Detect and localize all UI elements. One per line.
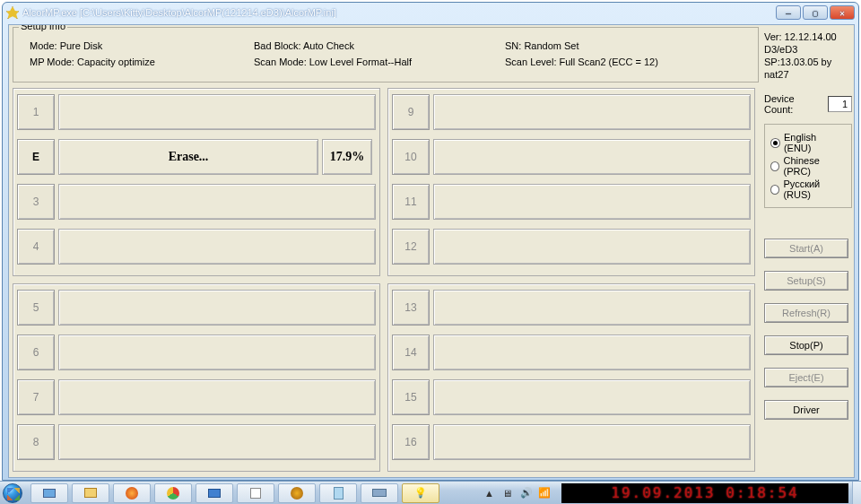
slot-button-4[interactable]: 4 [17, 229, 55, 265]
language-group: English (ENU) Chinese (PRC) Русский (RUS… [764, 124, 852, 208]
sn-label: SN: Random Set [505, 40, 738, 51]
taskbar-item[interactable] [237, 483, 274, 503]
taskbar-item[interactable] [196, 483, 233, 503]
slot-status-3 [58, 184, 376, 220]
taskbar-explorer[interactable] [72, 483, 109, 503]
slot-7: 7 [17, 379, 376, 415]
slot-2: E Erase... 17.9% [17, 139, 376, 175]
slot-12: 12 [392, 229, 751, 265]
version-block: Ver: 12.12.14.00 D3/eD3 SP:13.03.05 by n… [764, 30, 852, 81]
bad-block-label: Bad Block: Auto Check [254, 40, 505, 51]
taskbar-clock[interactable]: 19.09.2013 0:18:54 [561, 483, 848, 503]
slot-1: 1 [17, 94, 376, 130]
version-line2: D3/eD3 [764, 43, 852, 56]
slot-panel-4: 13 14 15 16 [387, 283, 755, 472]
client-area: Setup Info Mode: Pure Disk Bad Block: Au… [8, 24, 855, 478]
slot-button-1[interactable]: 1 [17, 94, 55, 130]
slot-status-14 [433, 335, 751, 370]
clock-text: 19.09.2013 0:18:54 [611, 484, 798, 501]
slot-button-14[interactable]: 14 [392, 335, 430, 370]
taskbar-keyboard[interactable] [361, 483, 398, 503]
window-icon [250, 488, 261, 499]
lang-chinese[interactable]: Chinese (PRC) [770, 155, 846, 177]
tray-network-icon[interactable]: 📶 [538, 487, 551, 500]
chrome-icon [167, 487, 179, 500]
lang-russian-label: Русский (RUS) [783, 178, 846, 200]
slot-5: 5 [17, 290, 376, 326]
taskbar: 💡 ▲ 🖥 🔊 📶 19.09.2013 0:18:54 [0, 481, 861, 504]
windows-logo-icon [3, 483, 22, 503]
app-window: AlcorMP.exe [C:\Users\Kitty\Desktop\Alco… [2, 2, 859, 481]
slot-status-16 [433, 424, 751, 460]
minimize-button[interactable]: — [776, 5, 801, 20]
slot-button-3[interactable]: 3 [17, 184, 55, 220]
lang-english-label: English (ENU) [784, 132, 846, 153]
slot-4: 4 [17, 229, 376, 265]
taskbar-alcormp[interactable]: 💡 [402, 483, 439, 503]
slot-button-15[interactable]: 15 [392, 379, 430, 415]
slot-button-2[interactable]: E [17, 139, 55, 175]
device-count-label: Device Count: [764, 93, 824, 115]
stop-button[interactable]: Stop(P) [764, 335, 848, 355]
monitor-icon [208, 489, 221, 498]
slot-button-6[interactable]: 6 [17, 335, 55, 370]
slot-status-8 [58, 424, 376, 460]
slot-status-7 [58, 379, 376, 415]
slot-10: 10 [392, 139, 751, 175]
slot-15: 15 [392, 379, 751, 415]
taskbar-item[interactable] [30, 483, 68, 503]
folder-icon [84, 488, 97, 498]
slot-button-7[interactable]: 7 [17, 379, 55, 415]
taskbar-item[interactable] [278, 483, 316, 503]
start-button[interactable] [0, 482, 25, 505]
slots-area: 1 E Erase... 17.9% 3 4 [13, 88, 759, 477]
slot-button-8[interactable]: 8 [17, 424, 55, 460]
lang-chinese-label: Chinese (PRC) [783, 155, 846, 177]
version-line3: SP:13.03.05 by nat27 [764, 56, 852, 81]
slot-13: 13 [392, 290, 751, 326]
slot-14: 14 [392, 335, 751, 370]
scan-mode-label: Scan Mode: Low Level Format--Half [254, 56, 505, 67]
slot-11: 11 [392, 184, 751, 220]
slot-status-15 [433, 379, 751, 415]
scan-level-label: Scan Level: Full Scan2 (ECC = 12) [505, 56, 738, 67]
tray-up-icon[interactable]: ▲ [484, 487, 497, 500]
radio-icon [770, 138, 780, 148]
slot-button-9[interactable]: 9 [392, 94, 430, 130]
radio-icon [770, 185, 779, 195]
tray-volume-icon[interactable]: 🔊 [520, 487, 533, 500]
slot-button-10[interactable]: 10 [392, 139, 430, 175]
slot-status-13 [433, 290, 751, 326]
slot-button-16[interactable]: 16 [392, 424, 430, 460]
slot-16: 16 [392, 424, 751, 460]
refresh-button[interactable]: Refresh(R) [764, 303, 848, 323]
slot-button-5[interactable]: 5 [17, 290, 55, 326]
driver-button[interactable]: Driver [764, 400, 848, 420]
slot-button-13[interactable]: 13 [392, 290, 430, 326]
window-controls: — ▢ ✕ [776, 5, 855, 20]
taskbar-pinned: 💡 [30, 483, 439, 503]
close-button[interactable]: ✕ [830, 5, 855, 20]
start-button[interactable]: Start(A) [764, 239, 848, 258]
mp-mode-label: MP Mode: Capacity optimize [30, 56, 254, 67]
slot-status-9 [433, 94, 751, 130]
setup-button[interactable]: Setup(S) [764, 271, 848, 291]
eject-button[interactable]: Eject(E) [764, 368, 848, 387]
device-count-value[interactable]: 1 [828, 96, 852, 112]
show-desktop-button[interactable] [852, 482, 861, 505]
maximize-button[interactable]: ▢ [803, 5, 828, 20]
slot-button-12[interactable]: 12 [392, 229, 430, 265]
app-icon [6, 6, 19, 19]
slot-button-11[interactable]: 11 [392, 184, 430, 220]
slot-percent-2: 17.9% [322, 139, 372, 175]
taskbar-item[interactable] [319, 483, 357, 503]
taskbar-chrome[interactable] [154, 483, 192, 503]
taskbar-firefox[interactable] [113, 483, 151, 503]
tray-device-icon[interactable]: 🖥 [502, 487, 515, 500]
titlebar[interactable]: AlcorMP.exe [C:\Users\Kitty\Desktop\Alco… [3, 3, 858, 22]
lang-russian[interactable]: Русский (RUS) [770, 178, 846, 200]
keyboard-icon [372, 489, 387, 497]
slot-9: 9 [392, 94, 751, 130]
lang-english[interactable]: English (ENU) [770, 132, 846, 153]
slot-status-1 [58, 94, 376, 130]
